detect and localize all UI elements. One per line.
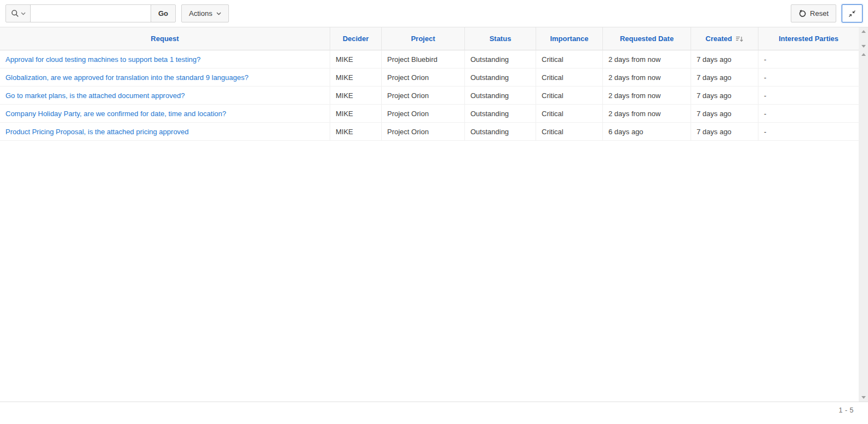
- interested-parties-cell: -: [758, 50, 859, 68]
- project-cell: Project Orion: [382, 105, 465, 123]
- report-toolbar: Go Actions Reset: [0, 0, 868, 27]
- collapse-report-button[interactable]: [842, 4, 863, 22]
- requested-date-cell: 2 days from now: [603, 87, 691, 105]
- decider-cell: MIKE: [330, 68, 382, 87]
- project-cell: Project Orion: [382, 87, 465, 105]
- column-header-request[interactable]: Request: [0, 27, 330, 50]
- reset-icon: [798, 10, 806, 18]
- request-link[interactable]: Go to market plans, is the attached docu…: [5, 91, 185, 100]
- chevron-down-icon: [216, 11, 221, 16]
- project-cell: Project Orion: [382, 123, 465, 141]
- table-row: Product Pricing Proposal, is the attache…: [0, 123, 859, 141]
- status-cell: Outstanding: [465, 68, 536, 87]
- status-cell: Outstanding: [465, 50, 536, 68]
- collapse-icon: [848, 9, 856, 18]
- go-button[interactable]: Go: [151, 4, 176, 22]
- requested-date-cell: 2 days from now: [603, 105, 691, 123]
- interested-parties-cell: -: [758, 68, 859, 87]
- created-cell: 7 days ago: [691, 105, 758, 123]
- search-options-button[interactable]: [5, 4, 31, 22]
- header-scrollbar[interactable]: [859, 27, 868, 50]
- column-header-created[interactable]: Created: [691, 27, 758, 50]
- requested-date-cell: 6 days ago: [603, 123, 691, 141]
- request-link[interactable]: Approval for cloud testing machines to s…: [5, 55, 200, 64]
- body-scrollbar[interactable]: [859, 50, 868, 402]
- pagination-range: 1 - 5: [838, 406, 854, 414]
- column-header-interested-parties[interactable]: Interested Parties: [758, 27, 859, 50]
- requested-date-cell: 2 days from now: [603, 68, 691, 87]
- reset-button[interactable]: Reset: [791, 4, 836, 22]
- created-cell: 7 days ago: [691, 50, 758, 68]
- table-row: Globalization, are we approved for trans…: [0, 68, 859, 87]
- interested-parties-cell: -: [758, 123, 859, 141]
- scroll-down-icon[interactable]: [861, 396, 866, 399]
- report-region: Request Decider Project Status Importanc…: [0, 27, 868, 402]
- interested-parties-cell: -: [758, 87, 859, 105]
- column-header-decider[interactable]: Decider: [330, 27, 382, 50]
- created-cell: 7 days ago: [691, 87, 758, 105]
- search-input[interactable]: [30, 4, 151, 22]
- request-link[interactable]: Product Pricing Proposal, is the attache…: [5, 128, 189, 136]
- actions-menu-button[interactable]: Actions: [181, 4, 229, 22]
- report-table: Request Decider Project Status Importanc…: [0, 27, 859, 141]
- project-cell: Project Orion: [382, 68, 465, 87]
- search-icon: [11, 9, 19, 18]
- status-cell: Outstanding: [465, 87, 536, 105]
- table-header-row: Request Decider Project Status Importanc…: [0, 27, 859, 50]
- table-row: Approval for cloud testing machines to s…: [0, 50, 859, 68]
- status-cell: Outstanding: [465, 123, 536, 141]
- interested-parties-cell: -: [758, 105, 859, 123]
- scroll-up-icon[interactable]: [861, 53, 866, 56]
- scroll-down-icon[interactable]: [861, 45, 866, 48]
- status-cell: Outstanding: [465, 105, 536, 123]
- request-link[interactable]: Globalization, are we approved for trans…: [5, 73, 249, 82]
- requested-date-cell: 2 days from now: [603, 50, 691, 68]
- decider-cell: MIKE: [330, 123, 382, 141]
- importance-cell: Critical: [536, 68, 603, 87]
- created-cell: 7 days ago: [691, 123, 758, 141]
- decider-cell: MIKE: [330, 50, 382, 68]
- importance-cell: Critical: [536, 123, 603, 141]
- decider-cell: MIKE: [330, 87, 382, 105]
- request-link[interactable]: Company Holiday Party, are we confirmed …: [5, 110, 226, 118]
- scroll-up-icon[interactable]: [861, 30, 866, 33]
- column-header-requested-date[interactable]: Requested Date: [603, 27, 691, 50]
- created-cell: 7 days ago: [691, 68, 758, 87]
- importance-cell: Critical: [536, 50, 603, 68]
- interactive-report-page: Go Actions Reset: [0, 0, 868, 424]
- sort-descending-icon: [735, 35, 744, 43]
- report-footer: 1 - 5: [0, 402, 868, 424]
- actions-label: Actions: [189, 9, 212, 18]
- column-header-importance[interactable]: Importance: [536, 27, 603, 50]
- importance-cell: Critical: [536, 87, 603, 105]
- importance-cell: Critical: [536, 105, 603, 123]
- table-row: Company Holiday Party, are we confirmed …: [0, 105, 859, 123]
- column-header-project[interactable]: Project: [382, 27, 465, 50]
- column-header-status[interactable]: Status: [465, 27, 536, 50]
- table-row: Go to market plans, is the attached docu…: [0, 87, 859, 105]
- project-cell: Project Bluebird: [382, 50, 465, 68]
- chevron-down-icon: [21, 11, 26, 16]
- decider-cell: MIKE: [330, 105, 382, 123]
- reset-label: Reset: [810, 9, 829, 18]
